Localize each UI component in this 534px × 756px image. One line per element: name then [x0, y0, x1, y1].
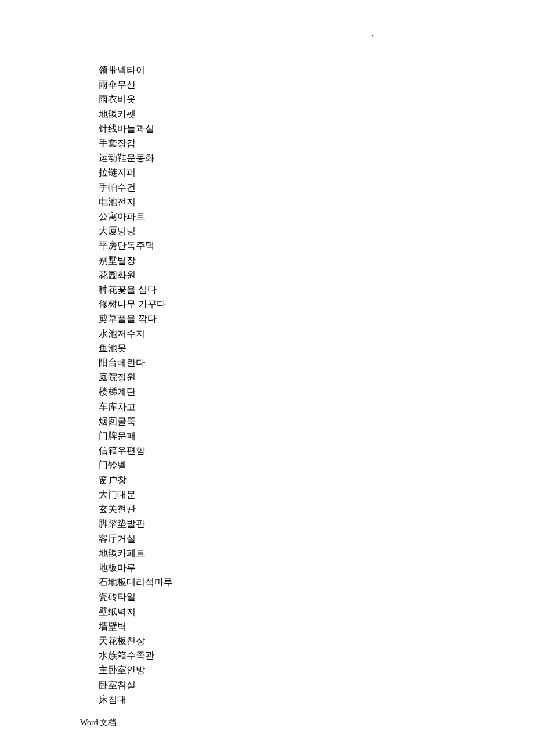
- list-item: 脚踏垫발판: [99, 516, 173, 531]
- horizontal-rule: [80, 42, 455, 42]
- list-item: 水族箱수족관: [99, 648, 173, 663]
- list-item: 运动鞋운동화: [99, 150, 173, 165]
- list-item: 电池전지: [99, 195, 173, 209]
- list-item: 修树나무 가꾸다: [99, 297, 173, 311]
- footer-text: Word 文档: [80, 718, 116, 728]
- list-item: 大厦빙딩: [99, 224, 173, 238]
- list-item: 庭院정원: [99, 370, 173, 384]
- list-item: 墙壁벽: [99, 619, 173, 633]
- list-item: 水池저수지: [99, 326, 173, 341]
- list-item: 阳台베란다: [99, 355, 173, 370]
- list-item: 壁纸벽지: [99, 604, 173, 619]
- list-item: 平房단독주택: [99, 238, 173, 253]
- list-item: 卧室침실: [99, 678, 173, 692]
- list-item: 雨伞무산: [99, 77, 173, 92]
- list-item: 地毯카펫: [99, 107, 173, 121]
- list-item: 地毯카페트: [99, 546, 173, 560]
- list-item: 床침대: [99, 692, 173, 707]
- list-item: 门牌문패: [99, 429, 173, 443]
- list-item: 别墅별장: [99, 253, 173, 268]
- list-item: 剪草풀을 깎다: [99, 311, 173, 326]
- list-item: 种花꽃을 심다: [99, 282, 173, 297]
- list-item: 拉链지퍼: [99, 165, 173, 179]
- list-item: 针线바늘과실: [99, 121, 173, 136]
- list-item: 花园화원: [99, 268, 173, 282]
- list-item: 大门대문: [99, 487, 173, 502]
- list-item: 瓷砖타일: [99, 589, 173, 604]
- list-item: 雨衣비옷: [99, 92, 173, 106]
- list-item: 公寓아파트: [99, 209, 173, 224]
- list-item: 烟囱굴뚝: [99, 414, 173, 429]
- list-item: 信箱우편함: [99, 443, 173, 458]
- list-item: 手套장갑: [99, 136, 173, 150]
- list-item: 地板마루: [99, 560, 173, 575]
- list-item: 石地板대리석마루: [99, 575, 173, 589]
- page: ` 领带넥타이 雨伞무산 雨衣비옷 地毯카펫 针线바늘과실 手套장갑 运动鞋운동…: [0, 0, 534, 756]
- list-item: 窗户창: [99, 473, 173, 487]
- list-item: 领带넥타이: [99, 63, 173, 77]
- vocab-list: 领带넥타이 雨伞무산 雨衣비옷 地毯카펫 针线바늘과실 手套장갑 运动鞋운동화 …: [99, 63, 173, 707]
- list-item: 车库차고: [99, 399, 173, 414]
- list-item: 天花板천장: [99, 633, 173, 648]
- list-item: 楼梯계단: [99, 384, 173, 399]
- list-item: 鱼池못: [99, 341, 173, 355]
- list-item: 主卧室안방: [99, 663, 173, 677]
- list-item: 手帕수건: [99, 180, 173, 195]
- list-item: 玄关현관: [99, 502, 173, 516]
- list-item: 门铃벨: [99, 458, 173, 472]
- list-item: 客厅거실: [99, 531, 173, 546]
